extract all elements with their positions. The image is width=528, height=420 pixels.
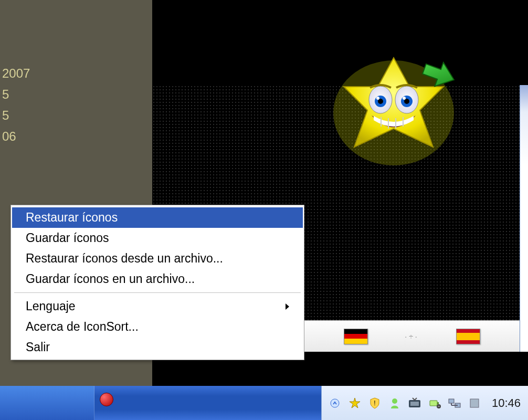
- taskbar-left[interactable]: [0, 386, 94, 420]
- taskbar: ! 10:46: [0, 386, 528, 420]
- svg-text:!: !: [374, 400, 375, 407]
- sidebar-text: 06: [0, 126, 152, 147]
- menu-restore-from-file[interactable]: Restaurar íconos desde un archivo...: [12, 248, 303, 269]
- context-menu: Restaurar íconos Guardar íconos Restaura…: [10, 205, 304, 360]
- menu-restore-icons[interactable]: Restaurar íconos: [12, 207, 303, 228]
- tray-battery-icon[interactable]: [427, 395, 442, 411]
- menu-item-label: Guardar íconos: [26, 231, 109, 245]
- menu-item-label: Restaurar íconos: [26, 211, 118, 225]
- svg-point-15: [392, 398, 397, 404]
- menu-save-icons[interactable]: Guardar íconos: [12, 228, 303, 248]
- tray-expand-icon[interactable]: [327, 395, 343, 411]
- menu-about[interactable]: Acerca de IconSort...: [12, 317, 303, 337]
- menu-item-label: Guardar íconos en un archivo...: [26, 272, 195, 286]
- germany-flag-icon[interactable]: [344, 329, 368, 344]
- tray-network-icon[interactable]: [447, 395, 462, 411]
- window-edge: [520, 85, 528, 352]
- tray-clock[interactable]: 10:46: [492, 396, 521, 410]
- submenu-arrow-icon: [286, 303, 289, 310]
- menu-item-label: Lenguaje: [26, 299, 76, 313]
- menu-item-label: Salir: [26, 340, 50, 354]
- svg-rect-17: [410, 402, 419, 406]
- sidebar-text: 5: [0, 105, 152, 126]
- tray-tv-icon[interactable]: [407, 395, 423, 411]
- tray-shield-icon[interactable]: !: [367, 395, 383, 411]
- taskbar-program-icon[interactable]: [100, 393, 121, 414]
- menu-exit[interactable]: Salir: [12, 337, 303, 358]
- spain-flag-icon[interactable]: [456, 329, 480, 344]
- svg-rect-28: [470, 399, 479, 407]
- sidebar-text: 2007: [0, 63, 152, 84]
- menu-separator: [14, 292, 301, 293]
- svg-rect-21: [437, 402, 439, 404]
- menu-item-label: Acerca de IconSort...: [26, 320, 139, 334]
- sidebar-text: 5: [0, 84, 152, 105]
- tray-messenger-icon[interactable]: [387, 395, 403, 411]
- tray-icon-generic[interactable]: [467, 395, 482, 411]
- svg-rect-24: [449, 399, 454, 403]
- menu-language[interactable]: Lenguaje: [12, 296, 303, 317]
- svg-point-13: [331, 399, 339, 407]
- svg-line-19: [415, 398, 417, 400]
- menu-item-label: Restaurar íconos desde un archivo...: [26, 251, 223, 266]
- tray-star-icon[interactable]: [347, 395, 363, 411]
- language-flag-bar: ·÷·: [304, 320, 520, 352]
- svg-rect-20: [430, 401, 437, 406]
- separator-dots-icon: ·÷·: [405, 332, 419, 341]
- svg-rect-23: [438, 406, 440, 407]
- system-tray: ! 10:46: [321, 386, 528, 420]
- menu-save-to-file[interactable]: Guardar íconos en un archivo...: [12, 269, 303, 289]
